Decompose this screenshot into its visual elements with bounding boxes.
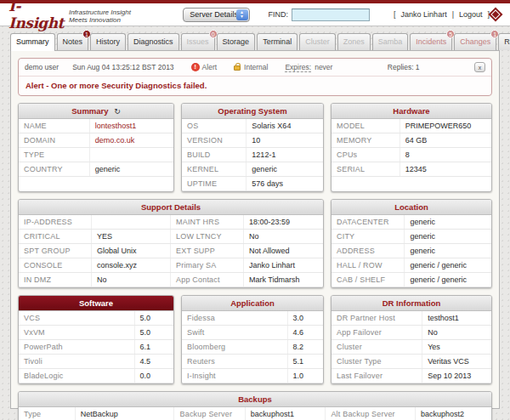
field-value: 5.0 [135,311,174,325]
panel-grid: Summary ↻ NAMElontesthost1DOMAINdemo.co.… [18,103,492,420]
field-label: VCS [19,311,135,325]
tab-incidents[interactable]: Incidents5 [410,33,452,50]
tab-label: Changes [460,37,490,46]
page-select[interactable]: Server Details ▲ ▼ [183,8,249,22]
field-value: 8 [400,148,491,162]
lock-icon [234,65,241,71]
tab-cluster[interactable]: Cluster [299,33,336,50]
panel-software-rows: VCS5.0VxVM5.0PowerPath6.1Tivoli4.5BladeL… [19,311,173,383]
tab-notes[interactable]: Notes1 [57,33,89,50]
field-value: NetBackup [76,407,175,420]
tab-reports[interactable]: Reports [498,33,510,50]
tab-issues[interactable]: Issues0 [181,33,215,50]
field-label: CPUs [332,148,400,162]
replies-count: Replies: 1 [388,63,420,71]
field-value[interactable]: lontesthost1 [90,119,173,133]
field-label: Reuters [182,355,288,368]
tab-samba[interactable]: Samba [372,33,409,50]
user-link[interactable]: Janko Linhart [401,10,447,19]
field-label: UPTIME [182,177,246,190]
tab-label: Notes [63,37,83,46]
field-value: 5.1 [288,355,324,368]
field-value[interactable]: demo.co.uk [90,133,173,147]
field-row: ClusterYes [332,340,491,355]
tab-summary[interactable]: Summary [10,33,55,51]
field-value: backuphost2 [416,407,491,420]
field-label: Primary SA [171,258,244,272]
field-label: Tivoli [19,355,135,368]
field-row: HALL / ROWgeneric / generic [332,258,491,273]
field-label: OS [182,119,246,133]
field-value: generic [90,162,173,176]
field-value: Yes [422,340,491,354]
field-row: Cluster TypeVeritas VCS [332,355,491,369]
field-value: 1.0 [288,369,324,383]
find-label: FIND: [269,10,289,19]
tab-zones[interactable]: Zones [337,33,371,50]
panel-location: Location DATACENTERgenericCITYgenericADD… [331,199,492,288]
panel-location-title: Location [332,200,491,215]
note-author: demo user [25,63,59,71]
field-row: CAB / SHELFgeneric / generic [332,273,491,287]
field-value: 576 days [246,177,323,190]
find-input[interactable] [292,9,370,21]
alert-type-label: Alert [202,63,217,71]
field-label: Last Failover [332,369,422,383]
panel-software-title: Software [19,296,173,311]
field-label: Fidessa [182,311,288,325]
field-label: ADDRESS [332,244,405,258]
tab-history[interactable]: History [90,33,126,50]
tab-label: Storage [223,37,250,46]
panel-summary: Summary ↻ NAMElontesthost1DOMAINdemo.co.… [18,103,174,192]
field-label: COUNTRY [19,162,90,176]
field-value: 3.0 [288,311,324,325]
panel-dr-title: DR Information [332,296,491,311]
field-row: VERSION10 [182,133,323,148]
field-value: Sep 10 2013 [422,369,491,383]
field-label: I-Insight [182,369,288,383]
field-value: 10 [246,133,323,147]
tab-label: Reports [504,37,510,46]
field-row: Swift4.6 [182,326,323,340]
field-label: VxVM [19,326,135,339]
field-row: TypeNetBackupBackup Serverbackuphost1Alt… [19,407,491,420]
tab-label: Zones [343,37,365,46]
tab-terminal[interactable]: Terminal [257,33,298,50]
field-label: MODEL [332,119,400,133]
field-row: CRITICALYESLOW LTNCYNo [19,230,323,244]
field-value: generic [405,230,491,243]
field-label: Alt Backup Server [326,407,416,420]
content-area: demo user Sun Aug 04 13:25:12 BST 2013 !… [10,50,500,409]
field-label: SERIAL [332,162,400,176]
refresh-icon[interactable]: ↻ [114,107,121,116]
visibility-label: Internal [244,63,268,71]
tab-label: Incidents [416,37,446,46]
field-label: Bloomberg [182,340,288,354]
note-meta-row: demo user Sun Aug 04 13:25:12 BST 2013 !… [19,59,491,77]
field-row: Tivoli4.5 [19,355,173,369]
note-timestamp: Sun Aug 04 13:25:12 BST 2013 [72,63,173,71]
field-label: SPT GROUP [19,244,92,258]
diamond-logo-icon [490,5,502,24]
tab-label: Issues [187,37,209,46]
panel-support-rows: IP-ADDRESSMAINT HRS18:00-23:59CRITICALYE… [19,215,323,287]
field-value: Veritas VCS [422,355,491,368]
tab-diagnostics[interactable]: Diagnostics [128,33,179,50]
field-label: App Failover [332,326,422,339]
tab-changes[interactable]: Changes1 [454,33,496,50]
field-value: generic [405,244,491,258]
close-note-button[interactable]: x [474,62,485,72]
logout-link[interactable]: Logout [459,10,483,19]
field-value: console.xyz [92,258,171,272]
app-header: I-Insight Infrastructure Insight Meets I… [0,3,510,26]
field-row: Fidessa3.0 [182,311,323,326]
field-value: 18:00-23:59 [244,215,323,229]
panel-software: Software VCS5.0VxVM5.0PowerPath6.1Tivoli… [18,295,174,384]
field-row: IN DMZNoApp ContactMark Tidmarsh [19,273,323,287]
field-row: VCS5.0 [19,311,173,326]
field-value: No [244,230,323,243]
tab-label: Terminal [263,37,292,46]
tab-storage[interactable]: Storage [217,33,256,50]
field-row: CPUs8 [332,148,491,162]
panel-summary-rows: NAMElontesthost1DOMAINdemo.co.ukTYPECOUN… [19,119,173,191]
